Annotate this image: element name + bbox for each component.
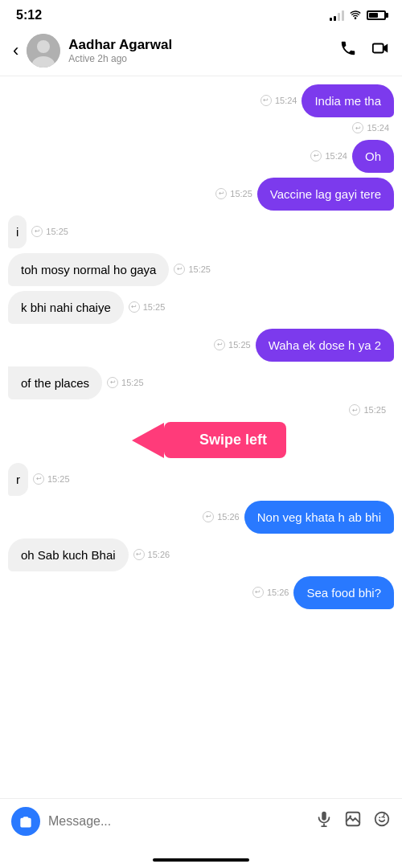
timestamp: ↩ 15:25 [31, 226, 68, 237]
timestamp: ↩ 15:25 [215, 188, 252, 199]
message-bubble: India me tha [302, 84, 394, 117]
home-indicator [153, 858, 249, 862]
back-button[interactable]: ‹ [13, 40, 18, 61]
message-row: ↩ 15:26 Non veg khata h ab bhi [8, 501, 394, 534]
contact-status: Active 2h ago [68, 53, 339, 64]
message-bubble: oh Sab kuch Bhai [8, 538, 129, 571]
timestamp-icon: ↩ [174, 264, 185, 275]
message-bubble: toh mosy normal ho gaya [8, 253, 169, 286]
message-row: ↩ 15:25 [8, 404, 394, 417]
timestamp: ↩ 15:25 [129, 301, 166, 313]
timestamp: ↩ 15:24 [352, 122, 389, 133]
input-icons [315, 810, 391, 833]
message-row: of the places ↩ 15:25 [8, 366, 394, 399]
timestamp-icon: ↩ [252, 587, 264, 598]
svg-point-1 [37, 40, 50, 53]
message-bubble: Oh [352, 140, 394, 173]
timestamp-icon: ↩ [33, 473, 44, 485]
call-icon[interactable] [339, 39, 357, 62]
timestamp-icon: ↩ [352, 122, 363, 133]
timestamp: ↩ 15:24 [310, 150, 347, 162]
timestamp-icon: ↩ [260, 95, 272, 106]
message-bubble: Waha ek dose h ya 2 [256, 329, 394, 362]
message-row: r ↩ 15:25 [8, 463, 394, 496]
message-row: i ↩ 15:25 [8, 215, 394, 248]
message-bubble: r [8, 463, 28, 496]
contact-info: Aadhar Agarwal Active 2h ago [68, 37, 339, 64]
timestamp-icon: ↩ [215, 188, 227, 199]
timestamp: ↩ 15:26 [203, 511, 240, 522]
video-icon[interactable] [371, 39, 389, 62]
timestamp-icon: ↩ [203, 511, 214, 522]
timestamp: ↩ 15:26 [133, 549, 170, 560]
timestamp: ↩ 15:25 [174, 264, 211, 275]
avatar [27, 34, 60, 68]
status-time: 5:12 [16, 8, 42, 23]
message-row: ↩ 15:24 Oh [8, 140, 394, 173]
timestamp-icon: ↩ [310, 150, 322, 162]
message-bubble: k bhi nahi chaiye [8, 291, 124, 324]
timestamp: ↩ 15:25 [214, 339, 251, 350]
wifi-icon [349, 9, 362, 23]
message-row: ↩ 15:25 Vaccine lag gayi tere [8, 178, 394, 211]
message-row: ↩ 15:24 [8, 122, 394, 135]
message-bubble: Vaccine lag gayi tere [257, 178, 394, 211]
sticker-icon[interactable] [373, 810, 391, 833]
timestamp: ↩ 15:25 [33, 473, 70, 485]
timestamp-icon: ↩ [214, 339, 225, 350]
header-actions [339, 39, 389, 62]
timestamp-icon: ↩ [129, 301, 140, 313]
message-row: ↩ 15:24 India me tha [8, 84, 394, 117]
contact-name: Aadhar Agarwal [68, 37, 339, 53]
timestamp: ↩ 15:25 [349, 404, 386, 416]
timestamp: ↩ 15:26 [252, 587, 289, 598]
status-bar: 5:12 [0, 0, 402, 27]
message-row: toh mosy normal ho gaya ↩ 15:25 [8, 253, 394, 286]
timestamp-icon: ↩ [349, 404, 360, 416]
chat-area: ↩ 15:24 India me tha ↩ 15:24 ↩ 15:24 Oh … [0, 76, 402, 768]
message-bubble: Sea food bhi? [293, 576, 394, 609]
timestamp-icon: ↩ [133, 549, 145, 560]
message-row: oh Sab kuch Bhai ↩ 15:26 [8, 538, 394, 571]
svg-point-10 [379, 817, 380, 818]
timestamp: ↩ 15:25 [107, 377, 144, 388]
swipe-annotation: Swipe left [56, 422, 394, 458]
svg-point-9 [375, 813, 389, 826]
signal-icon [330, 10, 344, 21]
microphone-icon[interactable] [315, 810, 333, 833]
input-bar [0, 798, 402, 844]
timestamp: ↩ 15:24 [260, 95, 297, 106]
camera-button[interactable] [11, 807, 40, 836]
timestamp-icon: ↩ [31, 226, 43, 237]
message-bubble: of the places [8, 366, 102, 399]
message-row: k bhi nahi chaiye ↩ 15:25 [8, 291, 394, 324]
svg-rect-4 [322, 812, 326, 821]
swipe-left-label: Swipe left [164, 422, 286, 458]
chat-header: ‹ Aadhar Agarwal Active 2h ago [0, 27, 402, 76]
battery-icon [367, 10, 386, 20]
status-icons [330, 9, 386, 23]
message-row: ↩ 15:25 Waha ek dose h ya 2 [8, 329, 394, 362]
message-input[interactable] [48, 814, 307, 829]
svg-rect-3 [373, 44, 384, 53]
message-bubble: i [8, 215, 27, 248]
image-icon[interactable] [344, 810, 362, 833]
timestamp-icon: ↩ [107, 377, 118, 388]
message-row: ↩ 15:26 Sea food bhi? [8, 576, 394, 609]
message-bubble: Non veg khata h ab bhi [244, 501, 394, 534]
